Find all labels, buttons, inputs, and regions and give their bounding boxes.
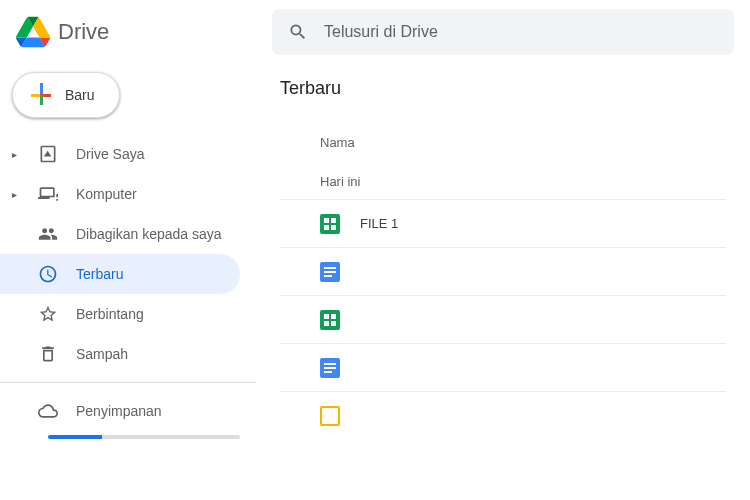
docs-icon <box>320 262 340 282</box>
svg-rect-2 <box>324 275 332 277</box>
storage-bar <box>48 435 240 439</box>
sidebar-item-label: Komputer <box>76 186 137 202</box>
search-icon <box>288 22 308 42</box>
sidebar-item-label: Terbaru <box>76 266 123 282</box>
chevron-right-icon: ▸ <box>8 149 20 160</box>
new-button[interactable]: Baru <box>12 72 120 118</box>
svg-rect-1 <box>324 271 336 273</box>
divider <box>0 382 256 383</box>
sidebar-item-label: Drive Saya <box>76 146 144 162</box>
sidebar-item-my-drive[interactable]: ▸ Drive Saya <box>0 134 240 174</box>
sidebar: Baru ▸ Drive Saya ▸ Komputer Dibagikan k… <box>0 64 256 500</box>
sheets-icon <box>320 214 340 234</box>
logo[interactable]: Drive <box>16 15 272 49</box>
svg-rect-4 <box>324 367 336 369</box>
docs-icon <box>320 358 340 378</box>
search-input[interactable] <box>324 23 718 41</box>
file-name: FILE 1 <box>360 216 398 231</box>
section-label: Hari ini <box>280 164 726 199</box>
shared-icon <box>38 224 58 244</box>
file-row[interactable] <box>280 391 726 439</box>
sidebar-item-starred[interactable]: Berbintang <box>0 294 240 334</box>
sidebar-item-label: Penyimpanan <box>76 403 162 419</box>
slides-icon <box>320 406 340 426</box>
sidebar-item-computers[interactable]: ▸ Komputer <box>0 174 240 214</box>
sidebar-item-label: Dibagikan kepada saya <box>76 226 222 242</box>
new-button-label: Baru <box>65 87 95 103</box>
drive-logo-icon <box>16 15 50 49</box>
svg-rect-0 <box>324 267 336 269</box>
sidebar-item-trash[interactable]: Sampah <box>0 334 240 374</box>
sidebar-item-label: Berbintang <box>76 306 144 322</box>
file-row[interactable] <box>280 343 726 391</box>
svg-rect-5 <box>324 371 332 373</box>
cloud-icon <box>38 401 58 421</box>
app-name: Drive <box>58 19 109 45</box>
computers-icon <box>38 184 58 204</box>
main: Terbaru Nama Hari ini FILE 1 <box>256 64 750 500</box>
star-icon <box>38 304 58 324</box>
file-row[interactable] <box>280 295 726 343</box>
header: Drive <box>0 0 750 64</box>
column-header-name[interactable]: Nama <box>280 127 726 164</box>
file-row[interactable] <box>280 247 726 295</box>
plus-icon <box>29 83 53 107</box>
svg-rect-3 <box>324 363 336 365</box>
search-bar[interactable] <box>272 9 734 55</box>
file-row[interactable]: FILE 1 <box>280 199 726 247</box>
recent-icon <box>38 264 58 284</box>
sidebar-item-storage[interactable]: Penyimpanan <box>0 391 240 431</box>
sheets-icon <box>320 310 340 330</box>
my-drive-icon <box>38 144 58 164</box>
trash-icon <box>38 344 58 364</box>
sidebar-item-recent[interactable]: Terbaru <box>0 254 240 294</box>
sidebar-item-label: Sampah <box>76 346 128 362</box>
chevron-right-icon: ▸ <box>8 189 20 200</box>
page-title: Terbaru <box>280 78 726 99</box>
sidebar-item-shared[interactable]: Dibagikan kepada saya <box>0 214 240 254</box>
